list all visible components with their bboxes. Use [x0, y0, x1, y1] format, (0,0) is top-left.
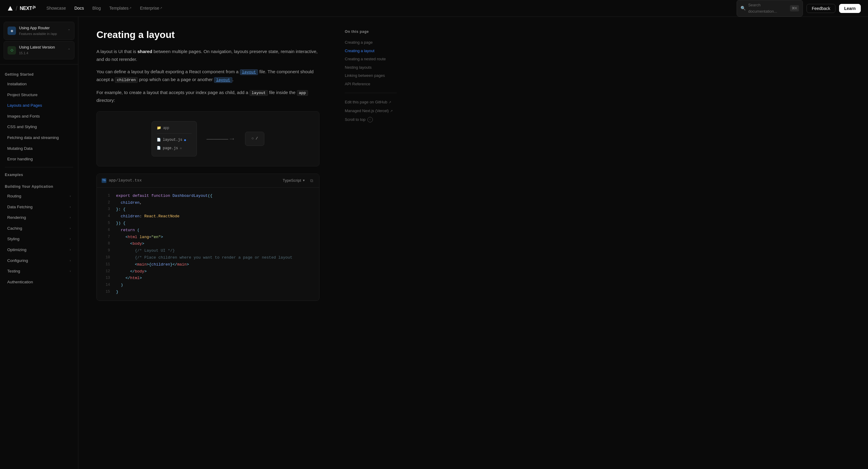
- sidebar-item-css-and-styling[interactable]: CSS and Styling: [5, 122, 73, 132]
- file-diagram: 📁 app 📄 layout.js 📄 page.js ———→ ○ /: [96, 111, 319, 166]
- nav-showcase[interactable]: Showcase: [43, 3, 70, 13]
- diagram-folder: 📁 app 📄 layout.js 📄 page.js: [152, 121, 197, 156]
- code-line-1: 1 export default function DashboardLayou…: [97, 193, 319, 199]
- feedback-button[interactable]: Feedback: [807, 4, 835, 13]
- scroll-top-label: Scroll to top: [345, 117, 366, 123]
- paragraph-2: You can define a layout by default expor…: [96, 68, 319, 84]
- code-line-2: 2 children,: [97, 199, 319, 207]
- version-switcher[interactable]: ◇ Using Latest Version 15.1.4 ⌃: [4, 41, 74, 59]
- sidebar-item-installation[interactable]: Installation: [5, 79, 73, 90]
- active-dot: [184, 139, 186, 141]
- code-line-10: 10 {/* Place children where you want to …: [97, 254, 319, 261]
- sidebar-item-routing[interactable]: Routing ›: [5, 191, 73, 201]
- toc-item-creating-nested[interactable]: Creating a nested route: [345, 55, 397, 63]
- learn-button[interactable]: Learn: [839, 4, 861, 13]
- chevron-right-icon-2: ⌃: [67, 47, 70, 53]
- nav-links: Showcase Docs Blog Templates Enterprise: [43, 3, 730, 13]
- navbar: / NEXT.js Showcase Docs Blog Templates E…: [0, 0, 868, 17]
- version-subtitle: 15.1.4: [19, 51, 55, 56]
- nav-docs[interactable]: Docs: [71, 3, 88, 13]
- chevron-data-fetching-icon: ›: [70, 205, 71, 210]
- version-switchers: ◈ Using App Router Features available in…: [0, 22, 78, 64]
- code-line-7: 7 <html lang="en">: [97, 234, 319, 241]
- svg-marker-0: [8, 6, 13, 10]
- toc-item-creating-page[interactable]: Creating a page: [345, 38, 397, 47]
- code-line-5: 5 }) {: [97, 220, 319, 227]
- code-block: TS app/layout.tsx TypeScript ▼ ⧉ 1 expor…: [96, 174, 319, 301]
- chevron-right-icon: ⌃: [67, 28, 70, 34]
- sidebar-item-optimizing[interactable]: Optimizing ›: [5, 245, 73, 255]
- app-router-title: Using App Router: [19, 25, 57, 31]
- code-line-6: 6 return (: [97, 227, 319, 234]
- chevron-routing-icon: ›: [70, 193, 71, 199]
- code-header: TS app/layout.tsx TypeScript ▼ ⧉: [97, 174, 319, 188]
- app-router-subtitle: Features available in /app: [19, 31, 57, 37]
- diagram-file-layout: 📄 layout.js: [157, 136, 192, 144]
- toc-link-github[interactable]: Edit this page on GitHub ↗: [345, 98, 397, 107]
- toc-link-vercel[interactable]: Managed Next.js (Vercel) ↗: [345, 107, 397, 116]
- toc-link-github-label: Edit this page on GitHub: [345, 99, 387, 105]
- scroll-to-top[interactable]: Scroll to top ↑: [345, 116, 397, 124]
- sidebar-item-fetching-data[interactable]: Fetching data and streaming: [5, 132, 73, 143]
- code-line-15: 15 }: [97, 289, 319, 296]
- scroll-top-circle-icon: ↑: [367, 117, 373, 122]
- code-line-11: 11 <main>{children}</main>: [97, 261, 319, 268]
- route-slash-icon: ○: [251, 136, 254, 142]
- sidebar-item-configuring[interactable]: Configuring ›: [5, 255, 73, 266]
- logo-slash: /: [16, 4, 18, 13]
- code-line-13: 13 </html>: [97, 275, 319, 282]
- code-body: 1 export default function DashboardLayou…: [97, 188, 319, 301]
- sidebar-item-error-handling[interactable]: Error handling: [5, 154, 73, 164]
- sidebar-item-images-and-fonts[interactable]: Images and Fonts: [5, 111, 73, 122]
- chevron-testing-icon: ›: [70, 269, 71, 274]
- typescript-icon: TS: [101, 178, 106, 183]
- app-router-switcher[interactable]: ◈ Using App Router Features available in…: [4, 22, 74, 40]
- sidebar-item-project-structure[interactable]: Project Structure: [5, 90, 73, 100]
- chevron-configuring-icon: ›: [70, 258, 71, 263]
- toc-item-api-reference[interactable]: API Reference: [345, 80, 397, 88]
- code-line-4: 4 children: React.ReactNode: [97, 213, 319, 220]
- app-code: app: [297, 90, 308, 96]
- layout-code-link-2[interactable]: layout: [214, 77, 232, 83]
- version-title: Using Latest Version: [19, 44, 55, 51]
- code-line-8: 8 <body>: [97, 241, 319, 247]
- nav-blog[interactable]: Blog: [89, 3, 104, 13]
- external-link-icon-1: ↗: [389, 100, 391, 105]
- toc-item-linking-between[interactable]: Linking between pages: [345, 71, 397, 80]
- language-label: TypeScript: [283, 178, 301, 184]
- code-line-12: 12 </body>: [97, 268, 319, 275]
- sidebar-item-data-fetching[interactable]: Data Fetching ›: [5, 201, 73, 213]
- sidebar-item-testing[interactable]: Testing ›: [5, 266, 73, 277]
- nav-templates[interactable]: Templates: [106, 3, 135, 13]
- sidebar: ◈ Using App Router Features available in…: [0, 17, 79, 469]
- sidebar-item-mutating-data[interactable]: Mutating Data: [5, 143, 73, 154]
- code-line-9: 9 {/* Layout UI */}: [97, 247, 319, 254]
- code-filename-text: app/layout.tsx: [109, 178, 142, 184]
- nav-enterprise[interactable]: Enterprise: [136, 3, 166, 13]
- code-filename: TS app/layout.tsx: [101, 178, 142, 184]
- toc-item-nesting-layouts[interactable]: Nesting layouts: [345, 63, 397, 72]
- language-selector[interactable]: TypeScript ▼: [283, 178, 305, 184]
- sidebar-item-caching[interactable]: Caching ›: [5, 223, 73, 234]
- section-examples: Examples: [0, 170, 78, 179]
- search-kbd: ⌘K: [790, 5, 799, 12]
- logo[interactable]: / NEXT.js: [7, 4, 36, 13]
- search-box[interactable]: 🔍 Search documentation... ⌘K: [737, 0, 803, 17]
- sidebar-item-layouts-and-pages[interactable]: Layouts and Pages: [5, 100, 73, 111]
- children-code: children: [115, 77, 138, 83]
- navbar-right: 🔍 Search documentation... ⌘K Feedback Le…: [737, 0, 861, 17]
- sidebar-item-authentication[interactable]: Authentication: [5, 277, 73, 287]
- code-line-14: 14 ): [97, 282, 319, 289]
- code-line-3: 3 }: {: [97, 206, 319, 213]
- chevron-rendering-icon: ›: [70, 215, 71, 220]
- sidebar-item-rendering[interactable]: Rendering ›: [5, 212, 73, 223]
- copy-button[interactable]: ⧉: [309, 177, 314, 184]
- toc-link-vercel-label: Managed Next.js (Vercel): [345, 108, 389, 114]
- toc-item-creating-layout[interactable]: Creating a layout: [345, 47, 397, 55]
- diagram-route: /: [255, 136, 258, 142]
- page-layout: ◈ Using App Router Features available in…: [0, 17, 868, 469]
- sidebar-item-styling[interactable]: Styling ›: [5, 233, 73, 245]
- layout-code-2: layout: [250, 90, 268, 96]
- layout-code-link[interactable]: layout: [240, 69, 258, 75]
- app-router-icon: ◈: [7, 27, 16, 35]
